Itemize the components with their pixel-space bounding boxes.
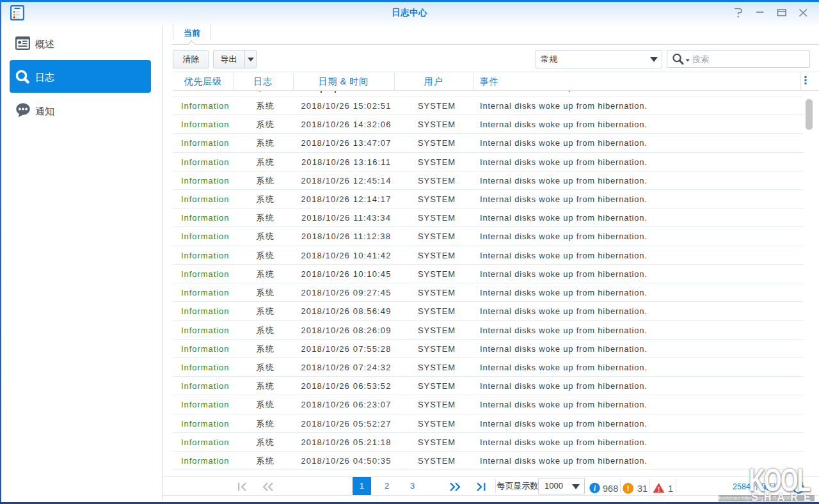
svg-text:!: ! — [627, 484, 630, 493]
svg-text:!: ! — [658, 485, 660, 492]
